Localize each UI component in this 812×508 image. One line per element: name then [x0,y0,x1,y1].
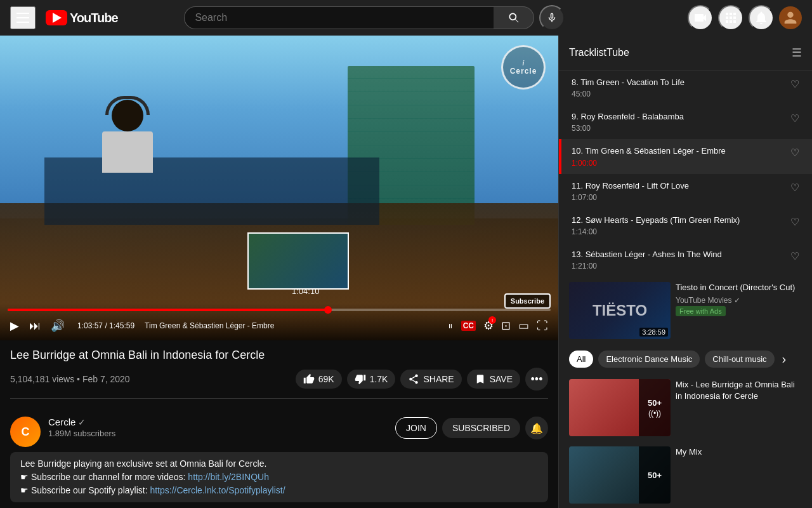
apps-button[interactable] [718,5,743,30]
rec-thumb-mymix: 50+ [569,446,671,504]
mute-button[interactable]: 🔊 [48,316,67,335]
autoplay-icon: ⏸ [447,323,454,330]
header-right [688,5,802,30]
rec-title-tiesto: Tiesto in Concert (Director's Cut) [676,282,802,293]
track-content: 11. Roy Rosenfeld - Lift Of Love 1:07:00 [572,180,788,202]
spotify-link[interactable]: https://Cercle.lnk.to/Spotifyplaylist/ [150,485,285,495]
video-player[interactable]: i Cercle 1:04:10 Subscribe ▶ ⏭ [0,36,558,340]
upload-date: Feb 7, 2020 [82,374,130,384]
search-button[interactable] [494,6,534,29]
track-item[interactable]: 9. Roy Rosenfeld - Balabamba 53:00 ♡ [559,105,812,139]
header: YouTube [0,0,812,36]
category-pills: All Electronic Dance Music Chill-out mus… [559,344,812,374]
join-button[interactable]: JOIN [395,417,437,439]
progress-dot [324,306,332,314]
more-options-button[interactable]: ••• [525,368,548,391]
rec-video-mymix[interactable]: 50+ My Mix [559,441,812,508]
video-title: Lee Burridge at Omnia Bali in Indonesia … [10,348,548,363]
heart-button[interactable]: ♡ [788,249,802,264]
notifications-button[interactable] [749,5,774,30]
desc-spotify-prefix: ☛ Subscribe our Spotify playlist: [20,485,148,495]
avatar[interactable] [779,6,802,29]
rec-thumb-mix: 50+ ((•)) [569,379,671,436]
track-name: 13. Sébastien Léger - Ashes In The Wind [572,249,788,260]
progress-bar[interactable] [8,309,551,311]
next-button[interactable]: ⏭ [27,317,43,335]
stage-area [44,157,379,225]
theater-button[interactable]: ▭ [516,316,532,335]
logo-text: YouTube [70,11,118,25]
rec-info-tiesto: Tiesto in Concert (Director's Cut) YouTu… [676,282,802,339]
track-item[interactable]: 13. Sébastien Léger - Ashes In The Wind … [559,243,812,277]
channel-name: Cercle ✓ [48,417,388,427]
like-count: 69K [318,374,334,384]
heart-button[interactable]: ♡ [788,145,802,160]
avatar-icon [782,9,799,27]
right-controls: ⏸ CC ⚙ ! ⊡ ▭ ⛶ [445,316,551,335]
description-box: Lee Burridge playing an exclusive set at… [10,452,548,502]
share-button[interactable]: SHARE [400,370,461,389]
heart-button[interactable]: ♡ [788,215,802,229]
pill-edm[interactable]: Electronic Dance Music [598,351,700,368]
free-ads-badge: Free with Ads [676,306,726,316]
track-item[interactable]: 10. Tim Green & Sébastien Léger - Embre … [559,139,812,173]
logo[interactable]: YouTube [46,10,118,25]
pill-next-button[interactable]: › [780,349,789,369]
save-button[interactable]: SAVE [467,370,520,389]
video-meta: 5,104,181 views • Feb 7, 2020 69K 1.7K [10,368,548,391]
track-time: 1:21:00 [572,262,788,271]
subscribe-link[interactable]: http://bit.ly/2BINQUh [188,472,269,482]
tiesto-thumb-text: TIËSTO [593,302,647,319]
video-controls: ▶ ⏭ 🔊 1:03:57 / 1:45:59 Tim Green & Séba… [0,304,558,340]
sidebar: TracklistTube ☰ 8. Tim Green - Vacation … [558,36,812,508]
track-item[interactable]: 8. Tim Green - Vacation To Life 45:00 ♡ [559,70,812,105]
divider-1 [10,398,548,399]
track-content: 10. Tim Green & Sébastien Léger - Embre … [572,145,788,167]
preview-time: 1:04:10 [292,286,319,296]
create-button[interactable] [688,5,713,30]
rec-video-tiesto[interactable]: TIËSTO 3:28:59 Tiesto in Concert (Direct… [559,277,812,344]
track-time: 53:00 [572,124,788,133]
captions-button[interactable]: CC [459,318,478,333]
video-info: Lee Burridge at Omnia Bali in Indonesia … [0,340,558,411]
miniplayer-button[interactable]: ⊡ [499,316,513,335]
notifications-bell-button[interactable]: 🔔 [525,417,548,439]
controls-row: ▶ ⏭ 🔊 1:03:57 / 1:45:59 Tim Green & Séba… [8,316,551,335]
share-label: SHARE [423,374,454,384]
settings-button[interactable]: ⚙ ! [481,316,496,335]
track-list: 8. Tim Green - Vacation To Life 45:00 ♡ … [559,70,812,277]
fullscreen-button[interactable]: ⛶ [534,317,551,335]
dislike-button[interactable]: 1.7K [347,370,396,389]
subscribed-button[interactable]: SUBSCRIBED [442,418,520,438]
track-content: 12. Søw Hearts - Eyepads (Tim Green Remi… [572,215,788,236]
rec-thumb-tiesto: TIËSTO 3:28:59 [569,282,671,339]
rec-video-mix[interactable]: 50+ ((•)) Mix - Lee Burridge at Omnia Ba… [559,374,812,441]
track-item[interactable]: 12. Søw Hearts - Eyepads (Tim Green Remi… [559,208,812,243]
date-separator: • [77,374,82,384]
track-item[interactable]: 11. Roy Rosenfeld - Lift Of Love 1:07:00… [559,174,812,208]
like-button[interactable]: 69K [296,370,342,389]
search-input[interactable] [184,6,494,29]
subscriber-count: 1.89M subscribers [48,429,388,438]
settings-badge: ! [488,316,496,324]
bell-icon [754,10,769,25]
heart-button[interactable]: ♡ [788,77,802,91]
play-button[interactable]: ▶ [8,316,22,335]
menu-button[interactable] [10,6,36,29]
autoplay-toggle[interactable]: ⏸ [445,320,456,332]
pill-chillout[interactable]: Chill-out music [705,351,774,368]
list-icon[interactable]: ☰ [792,46,802,60]
view-info: 5,104,181 views • Feb 7, 2020 [10,374,130,384]
heart-button[interactable]: ♡ [788,111,802,126]
track-name: 9. Roy Rosenfeld - Balabamba [572,111,788,123]
action-buttons: 69K 1.7K SHARE SAVE ••• [296,368,548,391]
thumbs-down-icon [355,373,366,385]
heart-button[interactable]: ♡ [788,180,802,195]
track-content: 8. Tim Green - Vacation To Life 45:00 [572,77,788,98]
pill-all[interactable]: All [569,351,593,368]
voice-search-button[interactable] [539,5,565,30]
create-video-icon [693,10,708,25]
search-container [184,5,565,30]
verified-icon: ✓ [78,417,86,427]
radio-icon: ((•)) [648,409,661,418]
